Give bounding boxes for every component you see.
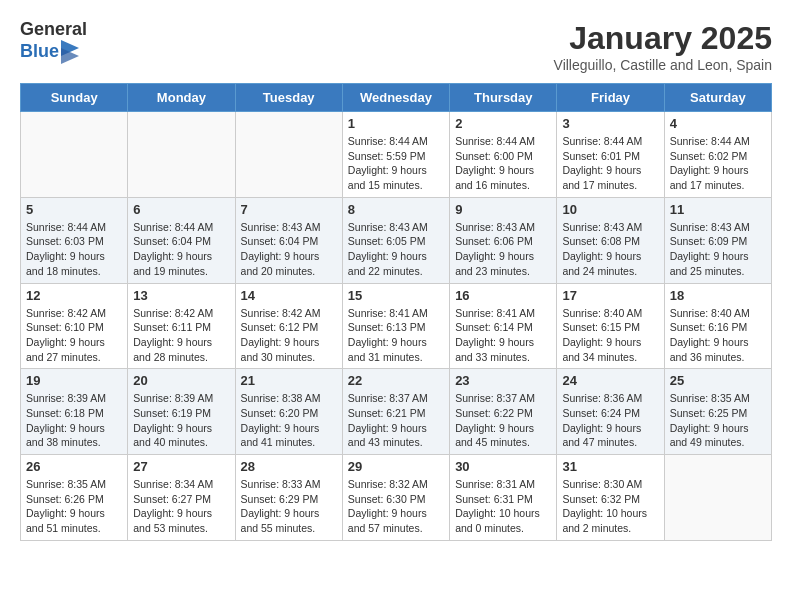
weekday-header: Monday xyxy=(128,84,235,112)
calendar-cell: 28Sunrise: 8:33 AMSunset: 6:29 PMDayligh… xyxy=(235,455,342,541)
day-number: 24 xyxy=(562,373,658,388)
day-info: Sunrise: 8:33 AMSunset: 6:29 PMDaylight:… xyxy=(241,477,337,536)
weekday-header: Friday xyxy=(557,84,664,112)
day-number: 31 xyxy=(562,459,658,474)
day-info: Sunrise: 8:37 AMSunset: 6:22 PMDaylight:… xyxy=(455,391,551,450)
day-info: Sunrise: 8:30 AMSunset: 6:32 PMDaylight:… xyxy=(562,477,658,536)
day-info: Sunrise: 8:43 AMSunset: 6:05 PMDaylight:… xyxy=(348,220,444,279)
calendar-cell: 20Sunrise: 8:39 AMSunset: 6:19 PMDayligh… xyxy=(128,369,235,455)
weekday-header: Tuesday xyxy=(235,84,342,112)
day-number: 23 xyxy=(455,373,551,388)
day-info: Sunrise: 8:31 AMSunset: 6:31 PMDaylight:… xyxy=(455,477,551,536)
day-info: Sunrise: 8:37 AMSunset: 6:21 PMDaylight:… xyxy=(348,391,444,450)
calendar-cell: 29Sunrise: 8:32 AMSunset: 6:30 PMDayligh… xyxy=(342,455,449,541)
day-info: Sunrise: 8:43 AMSunset: 6:06 PMDaylight:… xyxy=(455,220,551,279)
calendar-cell: 31Sunrise: 8:30 AMSunset: 6:32 PMDayligh… xyxy=(557,455,664,541)
logo-general: General xyxy=(20,20,87,40)
weekday-header: Thursday xyxy=(450,84,557,112)
logo-icon xyxy=(61,40,79,64)
calendar-cell: 5Sunrise: 8:44 AMSunset: 6:03 PMDaylight… xyxy=(21,197,128,283)
calendar-cell: 18Sunrise: 8:40 AMSunset: 6:16 PMDayligh… xyxy=(664,283,771,369)
weekday-header: Wednesday xyxy=(342,84,449,112)
calendar-week-row: 26Sunrise: 8:35 AMSunset: 6:26 PMDayligh… xyxy=(21,455,772,541)
calendar-cell: 4Sunrise: 8:44 AMSunset: 6:02 PMDaylight… xyxy=(664,112,771,198)
day-number: 28 xyxy=(241,459,337,474)
day-info: Sunrise: 8:42 AMSunset: 6:11 PMDaylight:… xyxy=(133,306,229,365)
day-number: 20 xyxy=(133,373,229,388)
day-info: Sunrise: 8:43 AMSunset: 6:04 PMDaylight:… xyxy=(241,220,337,279)
calendar-cell: 15Sunrise: 8:41 AMSunset: 6:13 PMDayligh… xyxy=(342,283,449,369)
calendar-cell: 22Sunrise: 8:37 AMSunset: 6:21 PMDayligh… xyxy=(342,369,449,455)
day-number: 14 xyxy=(241,288,337,303)
calendar-table: SundayMondayTuesdayWednesdayThursdayFrid… xyxy=(20,83,772,541)
calendar-cell: 1Sunrise: 8:44 AMSunset: 5:59 PMDaylight… xyxy=(342,112,449,198)
calendar-cell: 23Sunrise: 8:37 AMSunset: 6:22 PMDayligh… xyxy=(450,369,557,455)
day-number: 26 xyxy=(26,459,122,474)
day-info: Sunrise: 8:38 AMSunset: 6:20 PMDaylight:… xyxy=(241,391,337,450)
day-number: 9 xyxy=(455,202,551,217)
calendar-cell: 14Sunrise: 8:42 AMSunset: 6:12 PMDayligh… xyxy=(235,283,342,369)
day-number: 30 xyxy=(455,459,551,474)
calendar-cell: 21Sunrise: 8:38 AMSunset: 6:20 PMDayligh… xyxy=(235,369,342,455)
calendar-cell: 30Sunrise: 8:31 AMSunset: 6:31 PMDayligh… xyxy=(450,455,557,541)
day-number: 21 xyxy=(241,373,337,388)
day-number: 17 xyxy=(562,288,658,303)
calendar-cell: 8Sunrise: 8:43 AMSunset: 6:05 PMDaylight… xyxy=(342,197,449,283)
logo: General Blue xyxy=(20,20,87,64)
day-info: Sunrise: 8:35 AMSunset: 6:25 PMDaylight:… xyxy=(670,391,766,450)
calendar-cell xyxy=(664,455,771,541)
calendar-cell: 16Sunrise: 8:41 AMSunset: 6:14 PMDayligh… xyxy=(450,283,557,369)
calendar-week-row: 19Sunrise: 8:39 AMSunset: 6:18 PMDayligh… xyxy=(21,369,772,455)
page-subtitle: Villeguillo, Castille and Leon, Spain xyxy=(554,57,772,73)
calendar-cell: 19Sunrise: 8:39 AMSunset: 6:18 PMDayligh… xyxy=(21,369,128,455)
day-info: Sunrise: 8:44 AMSunset: 5:59 PMDaylight:… xyxy=(348,134,444,193)
day-number: 6 xyxy=(133,202,229,217)
calendar-cell: 7Sunrise: 8:43 AMSunset: 6:04 PMDaylight… xyxy=(235,197,342,283)
day-info: Sunrise: 8:40 AMSunset: 6:15 PMDaylight:… xyxy=(562,306,658,365)
day-number: 22 xyxy=(348,373,444,388)
day-number: 16 xyxy=(455,288,551,303)
day-info: Sunrise: 8:43 AMSunset: 6:09 PMDaylight:… xyxy=(670,220,766,279)
day-number: 27 xyxy=(133,459,229,474)
day-number: 5 xyxy=(26,202,122,217)
day-info: Sunrise: 8:36 AMSunset: 6:24 PMDaylight:… xyxy=(562,391,658,450)
day-info: Sunrise: 8:43 AMSunset: 6:08 PMDaylight:… xyxy=(562,220,658,279)
page-title: January 2025 xyxy=(554,20,772,57)
logo-blue: Blue xyxy=(20,42,59,62)
calendar-cell: 17Sunrise: 8:40 AMSunset: 6:15 PMDayligh… xyxy=(557,283,664,369)
calendar-week-row: 12Sunrise: 8:42 AMSunset: 6:10 PMDayligh… xyxy=(21,283,772,369)
calendar-cell: 10Sunrise: 8:43 AMSunset: 6:08 PMDayligh… xyxy=(557,197,664,283)
day-number: 10 xyxy=(562,202,658,217)
calendar-cell: 12Sunrise: 8:42 AMSunset: 6:10 PMDayligh… xyxy=(21,283,128,369)
calendar-week-row: 1Sunrise: 8:44 AMSunset: 5:59 PMDaylight… xyxy=(21,112,772,198)
day-number: 1 xyxy=(348,116,444,131)
calendar-cell: 2Sunrise: 8:44 AMSunset: 6:00 PMDaylight… xyxy=(450,112,557,198)
day-number: 13 xyxy=(133,288,229,303)
day-info: Sunrise: 8:40 AMSunset: 6:16 PMDaylight:… xyxy=(670,306,766,365)
day-info: Sunrise: 8:44 AMSunset: 6:03 PMDaylight:… xyxy=(26,220,122,279)
day-info: Sunrise: 8:44 AMSunset: 6:01 PMDaylight:… xyxy=(562,134,658,193)
day-number: 15 xyxy=(348,288,444,303)
day-info: Sunrise: 8:34 AMSunset: 6:27 PMDaylight:… xyxy=(133,477,229,536)
day-number: 11 xyxy=(670,202,766,217)
calendar-cell: 11Sunrise: 8:43 AMSunset: 6:09 PMDayligh… xyxy=(664,197,771,283)
calendar-cell xyxy=(128,112,235,198)
calendar-week-row: 5Sunrise: 8:44 AMSunset: 6:03 PMDaylight… xyxy=(21,197,772,283)
day-info: Sunrise: 8:35 AMSunset: 6:26 PMDaylight:… xyxy=(26,477,122,536)
day-number: 25 xyxy=(670,373,766,388)
day-info: Sunrise: 8:44 AMSunset: 6:04 PMDaylight:… xyxy=(133,220,229,279)
day-info: Sunrise: 8:39 AMSunset: 6:18 PMDaylight:… xyxy=(26,391,122,450)
day-info: Sunrise: 8:44 AMSunset: 6:00 PMDaylight:… xyxy=(455,134,551,193)
day-number: 3 xyxy=(562,116,658,131)
day-info: Sunrise: 8:39 AMSunset: 6:19 PMDaylight:… xyxy=(133,391,229,450)
calendar-cell: 13Sunrise: 8:42 AMSunset: 6:11 PMDayligh… xyxy=(128,283,235,369)
calendar-cell: 27Sunrise: 8:34 AMSunset: 6:27 PMDayligh… xyxy=(128,455,235,541)
day-info: Sunrise: 8:41 AMSunset: 6:14 PMDaylight:… xyxy=(455,306,551,365)
calendar-cell: 3Sunrise: 8:44 AMSunset: 6:01 PMDaylight… xyxy=(557,112,664,198)
day-number: 8 xyxy=(348,202,444,217)
day-info: Sunrise: 8:32 AMSunset: 6:30 PMDaylight:… xyxy=(348,477,444,536)
weekday-header: Sunday xyxy=(21,84,128,112)
calendar-cell: 6Sunrise: 8:44 AMSunset: 6:04 PMDaylight… xyxy=(128,197,235,283)
day-number: 7 xyxy=(241,202,337,217)
day-number: 4 xyxy=(670,116,766,131)
